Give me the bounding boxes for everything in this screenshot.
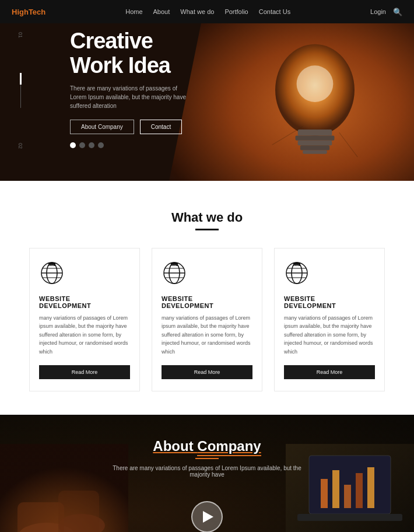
hero-buttons: About Company Contact <box>70 120 187 134</box>
dot-2[interactable] <box>79 142 85 148</box>
card-2-title: WEBSITEDEVELOPMENT <box>162 295 252 309</box>
globe-icon-3: www <box>284 260 310 286</box>
card-1-read-more[interactable]: Read More <box>39 365 130 379</box>
slide-progress-line <box>20 73 21 108</box>
about-title: About Company <box>153 438 261 454</box>
login-link[interactable]: Login <box>370 8 386 15</box>
cards-row: www WEBSITEDEVELOPMENT many variations o… <box>23 248 391 391</box>
svg-rect-5 <box>300 145 329 150</box>
svg-rect-3 <box>296 136 335 141</box>
card-1-title: WEBSITEDEVELOPMENT <box>39 295 130 309</box>
what-we-do-section: What we do www WEBSITEDEVELOPMENT many v… <box>0 181 414 415</box>
navbar-actions: Login 🔍 <box>370 8 402 16</box>
nav-menu: Home About What we do Portfolio Contact … <box>125 8 290 15</box>
dot-1[interactable] <box>70 142 76 148</box>
card-1-text: many variations of passages of Lorem ips… <box>39 314 130 356</box>
section-title-underline <box>195 229 219 230</box>
nav-contact[interactable]: Contact Us <box>259 8 290 15</box>
slide-numbers: 01 02 <box>17 32 23 149</box>
card-3: www WEBSITEDEVELOPMENT many variations o… <box>274 248 385 391</box>
dot-3[interactable] <box>89 142 94 148</box>
hero-dots <box>70 142 187 148</box>
what-we-do-title: What we do <box>23 210 391 225</box>
dot-4[interactable] <box>98 142 104 148</box>
globe-icon-1: www <box>39 260 65 286</box>
svg-line-8 <box>339 132 357 157</box>
nav-about[interactable]: About <box>153 8 170 15</box>
navbar: HighTech Home About What we do Portfolio… <box>0 0 414 23</box>
about-content: About Company There are many variations … <box>0 415 414 532</box>
svg-text:www: www <box>171 264 177 267</box>
contact-button[interactable]: Contact <box>140 120 182 134</box>
svg-text:www: www <box>294 264 299 267</box>
search-icon[interactable]: 🔍 <box>393 8 402 16</box>
slide-num-1: 01 <box>17 32 23 38</box>
hero-subtitle: There are many variations of passages of… <box>70 84 187 110</box>
nav-what[interactable]: What we do <box>180 8 214 15</box>
card-2-text: many variations of passages of Lorem ips… <box>162 314 252 356</box>
card-3-read-more[interactable]: Read More <box>284 365 375 379</box>
card-3-text: many variations of passages of Lorem ips… <box>284 314 375 356</box>
svg-rect-4 <box>298 141 332 145</box>
slide-num-2: 02 <box>17 143 23 149</box>
play-button[interactable] <box>191 501 223 532</box>
hero-title: Creative Work Idea <box>70 29 187 78</box>
about-section: About Company There are many variations … <box>0 415 414 532</box>
about-title-underline <box>195 458 219 459</box>
about-subtitle: There are many variations of passages of… <box>108 465 306 478</box>
logo[interactable]: HighTech <box>12 8 45 16</box>
globe-icon-2: www <box>162 260 187 286</box>
hero-section: 01 02 Creative Work Idea There are many … <box>0 0 414 181</box>
card-1: www WEBSITEDEVELOPMENT many variations o… <box>29 248 140 391</box>
play-icon <box>203 511 213 523</box>
nav-home[interactable]: Home <box>125 8 142 15</box>
svg-rect-6 <box>303 150 327 154</box>
card-2: www WEBSITEDEVELOPMENT many variations o… <box>152 248 262 391</box>
hero-content: Creative Work Idea There are many variat… <box>70 29 187 148</box>
svg-rect-2 <box>298 130 332 135</box>
nav-portfolio[interactable]: Portfolio <box>224 8 248 15</box>
hero-bulb-image <box>251 35 379 169</box>
about-company-button[interactable]: About Company <box>70 120 134 134</box>
svg-text:www: www <box>49 264 54 267</box>
card-2-read-more[interactable]: Read More <box>162 365 252 379</box>
card-3-title: WEBSITEDEVELOPMENT <box>284 295 375 309</box>
svg-point-1 <box>297 65 334 102</box>
